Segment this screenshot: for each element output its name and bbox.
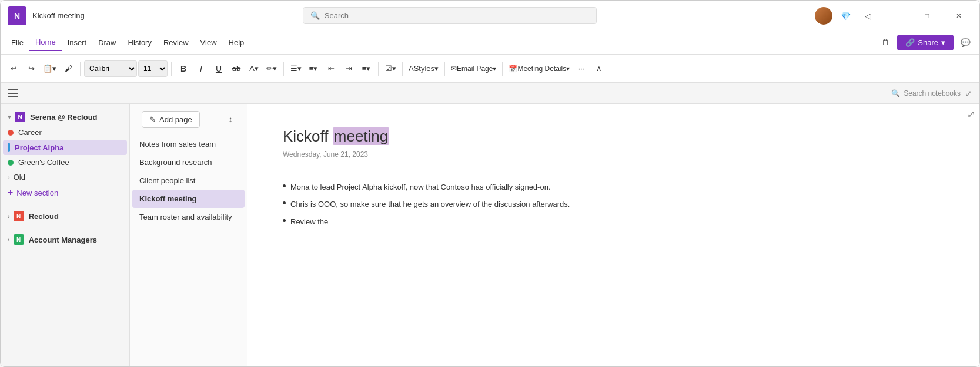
feedback-icon[interactable]: ◁ [859,7,877,25]
font-family-select[interactable]: Calibri [84,60,137,77]
page-title-sales-notes: Notes from sales team [139,140,216,149]
more-options-button[interactable]: ··· [573,60,590,78]
title-bar: N Kickoff meeting 🔍 💎 ◁ — □ ✕ [1,1,979,31]
chevron-down-icon: ▾ [8,113,11,121]
add-page-button[interactable]: ✎ Add page [142,111,200,128]
logo-text: N [14,11,20,21]
page-title-client-people: Client people list [139,176,195,185]
section-label-greens-coffee: Green's Coffee [18,158,69,167]
checkbox-button[interactable]: ☑▾ [382,60,399,78]
page-item-client-people[interactable]: Client people list [132,171,245,190]
avatar[interactable] [815,7,832,25]
separator-2 [171,62,172,76]
chevron-right-icon-old: › [8,174,10,181]
search-bar[interactable]: 🔍 [303,7,597,24]
separator-5 [402,62,403,76]
page-item-kickoff-meeting[interactable]: Kickoff meeting [132,190,245,208]
numbered-list-button[interactable]: ≡▾ [305,60,322,78]
clipboard-button[interactable]: 📋▾ [41,60,59,78]
page-item-background-research[interactable]: Background research [132,153,245,171]
align-button[interactable]: ≡▾ [358,60,374,78]
note-title-text: Kickoff [283,127,333,145]
note-date: Wednesday, June 21, 2023 [283,150,944,166]
highlight-button[interactable]: ✏▾ [263,60,280,78]
sidebar-section-old[interactable]: › Old [3,170,127,184]
notebook-icon-recloud: N [14,211,24,221]
sidebar: ▾ N Serena @ Recloud Career Project Alph… [1,104,130,366]
hamburger-line-2 [8,93,18,94]
share-chevron-icon: ▾ [941,38,945,47]
strikethrough-button[interactable]: ab [228,60,245,78]
format-painter-button[interactable]: 🖌 [60,60,76,78]
plus-icon: + [8,187,13,198]
hamburger-menu[interactable] [8,86,22,100]
font-size-select[interactable]: 11 [138,60,168,77]
rewards-icon[interactable]: 💎 [837,7,855,25]
menu-file[interactable]: File [5,35,29,50]
maximize-button[interactable]: □ [914,6,941,25]
menu-insert[interactable]: Insert [62,35,93,50]
menu-right-controls: 🗒 🔗 Share ▾ 💬 [876,33,975,52]
separator-1 [80,62,81,76]
menu-review[interactable]: Review [158,35,195,50]
note-area[interactable]: Kickoff meeting Wednesday, June 21, 2023… [247,104,979,366]
close-button[interactable]: ✕ [945,6,972,25]
separator-6 [444,62,445,76]
menu-help[interactable]: Help [223,35,250,50]
font-color-button[interactable]: A▾ [246,60,262,78]
page-title-team-roster: Team roster and availability [139,213,232,221]
share-icon: 🔗 [905,38,915,47]
new-section-label: New section [16,188,58,197]
email-page-button[interactable]: ✉ Email Page ▾ [449,60,499,78]
undo-button[interactable]: ↩ [5,60,22,78]
onenote-logo: N [8,6,26,25]
sort-pages-button[interactable]: ↕ [221,110,240,129]
title-controls: 💎 ◁ — □ ✕ [815,6,972,25]
sidebar-notebook-recloud[interactable]: › N Recloud [3,208,127,224]
page-item-team-roster[interactable]: Team roster and availability [132,208,245,226]
sidebar-section-career[interactable]: Career [3,125,127,140]
bullet-list-button[interactable]: ☰▾ [287,60,304,78]
bold-button[interactable]: B [175,60,192,78]
underline-button[interactable]: U [210,60,227,78]
redo-button[interactable]: ↪ [23,60,39,78]
menu-draw[interactable]: Draw [92,35,122,50]
page-item-sales-notes[interactable]: Notes from sales team [132,135,245,153]
separator-3 [283,62,284,76]
notebook-label-account-managers: Account Managers [29,235,97,244]
meeting-details-button[interactable]: 📅 Meeting Details ▾ [506,60,572,78]
hamburger-line-3 [8,96,18,97]
styles-button[interactable]: A Styles▾ [406,60,441,78]
sidebar-section-greens-coffee[interactable]: Green's Coffee [3,155,127,170]
meeting-details-label: Meeting Details [517,65,566,73]
sidebar-section-project-alpha[interactable]: Project Alpha [3,140,127,155]
menu-view[interactable]: View [195,35,223,50]
expand-note-button[interactable]: ⤢ [967,109,975,120]
search-input[interactable] [325,11,589,20]
chevron-right-icon-recloud: › [8,213,10,220]
notebook-recloud-container: › N Recloud [1,208,129,224]
notebook-label-recloud: Recloud [29,212,59,221]
search-notebooks-bar[interactable]: 🔍 Search notebooks [891,89,961,97]
collapse-toolbar-button[interactable]: ∧ [591,60,607,78]
notebook-icon-serena: N [15,112,25,122]
sidebar-notebook-account-managers[interactable]: › N Account Managers [3,231,127,248]
sidebar-notebook-serena[interactable]: ▾ N Serena @ Recloud [3,109,127,125]
page-view-icon[interactable]: 🗒 [876,33,895,52]
expand-icon[interactable]: ⤢ [965,89,972,98]
share-button[interactable]: 🔗 Share ▾ [897,35,954,50]
comments-icon[interactable]: 💬 [956,33,975,52]
increase-indent-button[interactable]: ⇥ [340,60,357,78]
menu-bar: File Home Insert Draw History Review Vie… [1,31,979,55]
styles-label: Styles [414,64,434,73]
menu-home[interactable]: Home [29,34,62,51]
new-section-button[interactable]: + New section [3,184,127,201]
minimize-button[interactable]: — [882,6,909,25]
decrease-indent-button[interactable]: ⇤ [323,60,339,78]
italic-button[interactable]: I [193,60,209,78]
menu-history[interactable]: History [122,35,158,50]
section-label-project-alpha: Project Alpha [15,143,63,152]
page-title-kickoff-meeting: Kickoff meeting [139,194,197,203]
page-title-background-research: Background research [139,158,212,167]
add-page-label: Add page [159,115,192,124]
